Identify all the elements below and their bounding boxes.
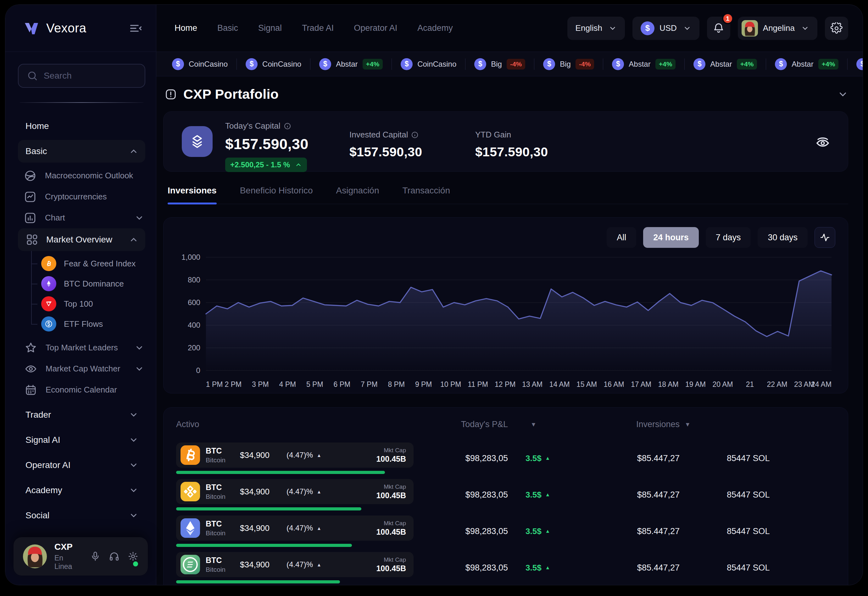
table-row[interactable]: BTCBitcoin $34,900 (4.47)%▲ Mkt Cap100.4… (176, 552, 835, 583)
filter-24-hours[interactable]: 24 hours (643, 227, 699, 248)
sidebar-item-chart[interactable]: Chart (18, 207, 145, 228)
asset-cell[interactable]: BTCBitcoin $34,900 (4.47)%▲ Mkt Cap100.4… (176, 552, 413, 577)
svg-text:11 PM: 11 PM (468, 380, 488, 388)
tab-beneficio-historico[interactable]: Beneficio Historico (240, 186, 313, 204)
sidebar-collapse-icon[interactable] (129, 21, 143, 35)
sidebar-item-market-overview[interactable]: Market Overview (18, 228, 145, 251)
asset-price: $34,900 (240, 487, 270, 497)
sidebar-item-academy[interactable]: Academy (18, 479, 145, 502)
sidebar-item-operator-ai[interactable]: Operator AI (18, 454, 145, 477)
svg-text:17 AM: 17 AM (631, 380, 651, 388)
asset-cell[interactable]: BTCBitcoin $34,900 (4.47)%▲ Mkt Cap100.4… (176, 515, 413, 541)
sidebar-item-market-cap-watcher[interactable]: Market Cap Watcher (18, 358, 145, 379)
ticker-item[interactable]: $Abstar+4% (603, 58, 684, 70)
capital-change-badge: +2.500,25 - 1.5 % (225, 158, 307, 172)
currency-selector[interactable]: $ USD (632, 17, 700, 40)
sidebar-item-economic-calendar[interactable]: Economic Calendar (18, 379, 145, 400)
topnav-academy[interactable]: Academy (417, 23, 453, 33)
ticker-item[interactable]: $Big-4% (465, 58, 534, 70)
filter-30-days[interactable]: 30 days (757, 227, 807, 248)
svg-text:1 PM: 1 PM (206, 380, 223, 388)
topnav-home[interactable]: Home (174, 23, 197, 33)
sidebar-item-macroeconomic-outlook[interactable]: Macroeconomic Outlook (18, 165, 145, 186)
svg-text:10 PM: 10 PM (440, 380, 461, 388)
asset-change: (4.47)%▲ (286, 487, 322, 496)
svg-text:12 PM: 12 PM (495, 380, 515, 388)
bnb-icon (180, 482, 200, 501)
ticker-item[interactable]: $CoinCasino (392, 58, 465, 70)
topnav-trade-ai[interactable]: Trade AI (302, 23, 334, 33)
online-status-dot (131, 560, 140, 568)
chart-type-button[interactable] (815, 227, 835, 248)
visibility-toggle-icon[interactable] (815, 134, 830, 149)
table-row[interactable]: BTCBitcoin $34,900 (4.47)%▲ Mkt Cap100.4… (176, 515, 835, 547)
topnav-basic[interactable]: Basic (217, 23, 238, 33)
sidebar-item-fear-greed-index[interactable]: Fear & Greed Index (18, 254, 145, 274)
portfolio-tabs: Inversiones Beneficio Historico Asignaci… (168, 186, 848, 204)
filter-7-days[interactable]: 7 days (706, 227, 751, 248)
top-nav: Home Basic Signal Trade AI Operator AI A… (174, 23, 453, 33)
tab-transaccion[interactable]: Transacción (403, 186, 450, 204)
sidebar-item-btc-dominance[interactable]: BTC Dominance (18, 274, 145, 294)
svg-text:9 PM: 9 PM (415, 380, 432, 388)
user-menu[interactable]: Angelina (738, 17, 817, 40)
pnl-change: 3.5$▲ (526, 453, 592, 463)
sidebar-item-label: Top Market Leaders (46, 343, 118, 353)
column-header-inversiones[interactable]: Inversiones (592, 420, 680, 429)
ticker-item[interactable]: $Abstar+4% (685, 58, 766, 70)
svg-text:2 PM: 2 PM (225, 380, 242, 388)
ticker-item[interactable]: $CoinCasino (163, 58, 236, 70)
search-box[interactable] (18, 64, 145, 88)
ticker-item[interactable]: $Abstar+4% (310, 58, 391, 70)
sidebar-item-top-market-leaders[interactable]: Top Market Leaders (18, 337, 145, 358)
sidebar-item-top-100[interactable]: Top 100 (18, 294, 145, 314)
up-triangle-icon: ▲ (545, 492, 551, 497)
mktcap-value: 100.45B (376, 454, 406, 463)
trend-chart-icon (24, 190, 37, 204)
language-selector[interactable]: English (567, 17, 625, 40)
column-header-pnl[interactable]: Today's P&L (413, 420, 508, 429)
user-card[interactable]: CXP En Linea (13, 537, 148, 575)
tab-inversiones[interactable]: Inversiones (168, 186, 217, 204)
brand-name: Vexora (46, 21, 87, 35)
eye-icon (24, 362, 37, 376)
svg-text:200: 200 (188, 344, 200, 352)
svg-text:15 AM: 15 AM (576, 380, 597, 388)
sidebar-item-cryptocurrencies[interactable]: Cryptocurrencies (18, 186, 145, 207)
sidebar-item-trader[interactable]: Trader (18, 404, 145, 426)
capital-chart-card: All 24 hours 7 days 30 days 020040060080… (163, 217, 848, 394)
chevron-down-icon (134, 213, 144, 223)
asset-cell[interactable]: BTCBitcoin $34,900 (4.47)%▲ Mkt Cap100.4… (176, 443, 413, 468)
headphones-icon[interactable] (109, 551, 120, 562)
star-icon (24, 341, 37, 354)
topnav-signal[interactable]: Signal (258, 23, 282, 33)
microphone-icon[interactable] (90, 551, 100, 562)
notifications-button[interactable]: 1 (707, 17, 730, 40)
ticker-item[interactable]: $Abstar+4% (847, 58, 863, 70)
filter-all[interactable]: All (607, 227, 636, 248)
search-input[interactable] (44, 71, 136, 81)
sort-icon[interactable]: ▼ (531, 421, 537, 428)
sidebar-item-signal-ai[interactable]: Signal AI (18, 429, 145, 451)
asset-price: $34,900 (240, 450, 270, 460)
chevron-down-icon[interactable] (837, 89, 848, 100)
ticker-item[interactable]: $CoinCasino (237, 58, 310, 70)
sidebar-item-basic[interactable]: Basic (18, 140, 145, 162)
sidebar-item-social[interactable]: Social (18, 504, 145, 527)
svg-text:22 AM: 22 AM (767, 380, 787, 388)
sort-icon[interactable]: ▼ (685, 421, 691, 428)
settings-button[interactable] (825, 17, 848, 40)
top-bar: Home Basic Signal Trade AI Operator AI A… (156, 5, 863, 52)
sidebar-item-home[interactable]: Home (18, 115, 145, 137)
ticker-item[interactable]: $Big-4% (534, 58, 603, 70)
topnav-operator-ai[interactable]: Operator AI (354, 23, 397, 33)
solana-icon (180, 555, 200, 574)
sidebar-item-etf-flows[interactable]: ETF Flows (18, 314, 145, 334)
table-row[interactable]: BTCBitcoin $34,900 (4.47)%▲ Mkt Cap100.4… (176, 443, 835, 474)
tab-asignacion[interactable]: Asignación (336, 186, 379, 204)
svg-text:0: 0 (196, 366, 200, 375)
asset-cell[interactable]: BTCBitcoin $34,900 (4.47)%▲ Mkt Cap100.4… (176, 479, 413, 504)
change-badge: +4% (818, 59, 839, 69)
ticker-item[interactable]: $Abstar+4% (766, 58, 847, 70)
table-row[interactable]: BTCBitcoin $34,900 (4.47)%▲ Mkt Cap100.4… (176, 479, 835, 510)
